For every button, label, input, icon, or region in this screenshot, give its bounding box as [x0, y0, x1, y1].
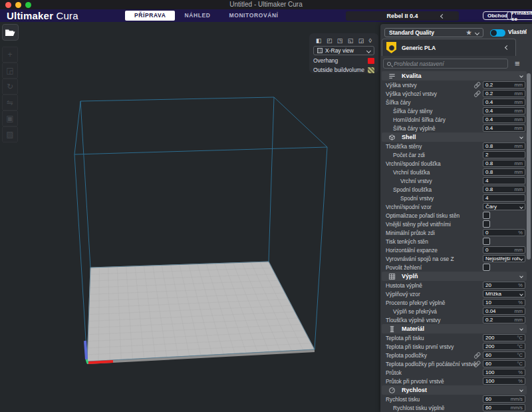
extruder-tab[interactable]: Generic PLA	[382, 39, 516, 56]
search-row: ≡	[380, 59, 532, 69]
setting-value-field[interactable]: 0.8mm	[483, 186, 525, 193]
scale-tool-icon[interactable]: ◲	[2, 63, 18, 79]
camera-presets: ◧◰◳◱◲◊	[313, 36, 374, 46]
custom-mode-toggle[interactable]	[490, 29, 505, 37]
setting-row: Vrchní tloušťka0.8mm	[380, 168, 532, 176]
setting-value-field[interactable]: 200°C	[483, 334, 525, 341]
profile-select[interactable]: Standard Quality ★	[384, 28, 483, 37]
setting-value-field[interactable]: 0.4mm	[483, 107, 525, 114]
mirror-tool-icon[interactable]: ⇋	[2, 95, 18, 110]
setting-value-field[interactable]: 0.4mm	[483, 116, 525, 123]
search-input[interactable]	[394, 61, 504, 67]
section-header-material[interactable]: Materiál	[382, 324, 527, 333]
minimize-window-button[interactable]	[15, 2, 21, 8]
setting-value-field[interactable]: 0.8mm	[483, 142, 525, 150]
rotate-tool-icon[interactable]: ↻	[2, 79, 18, 95]
setting-row: Spodní tloušťka0.8mm	[380, 185, 532, 194]
view-mode-label: X-Ray view	[325, 47, 354, 54]
setting-row: Vrchní vrstvy4	[380, 176, 532, 185]
setting-value-field[interactable]: 4	[483, 194, 525, 202]
sign-in-button[interactable]: Přihlásit se	[507, 11, 532, 20]
setting-value-field[interactable]: 200°C	[483, 343, 525, 350]
setting-value-field[interactable]: 0.2mm	[483, 90, 525, 97]
setting-row: Výška vrstvy0.2mm	[380, 81, 532, 89]
infill-icon	[388, 273, 396, 280]
cura-window: Untitled - Ultimaker Cura Ultimaker Cura…	[0, 0, 532, 412]
tab-prepare[interactable]: PŘÍPRAVA	[125, 11, 175, 21]
view-left-icon[interactable]: ◱	[348, 37, 354, 44]
app-logo: Ultimaker Cura	[7, 9, 78, 22]
section-header-quality[interactable]: Kvalita	[382, 71, 527, 81]
view-3d-icon[interactable]: ◧	[316, 37, 322, 44]
tab-monitor[interactable]: MONITOROVÁNÍ	[219, 11, 287, 21]
chevron-down-icon	[519, 327, 523, 331]
setting-value-field[interactable]: 100%	[483, 369, 525, 376]
setting-value-field[interactable]: 0.04mm	[483, 308, 525, 315]
open-folder-icon	[5, 29, 15, 37]
setting-value-field[interactable]: 60mm/s	[483, 395, 525, 403]
setting-row: Rychlost tisku výplně60mm/s	[380, 403, 532, 412]
settings-list: KvalitaVýška vrstvy0.2mmVýška výchozí vr…	[380, 71, 532, 412]
close-panel-icon[interactable]: ×	[523, 27, 527, 35]
setting-dropdown[interactable]: Nejostřejší roh	[483, 255, 525, 262]
print-settings-panel: Standard Quality ★ Vlastní × Generic PLA…	[380, 24, 532, 412]
settings-menu-icon[interactable]: ≡	[515, 59, 520, 68]
tab-preview[interactable]: NÁHLED	[175, 11, 219, 21]
move-tool-icon[interactable]: +	[2, 47, 18, 63]
section-header-shell[interactable]: Shell	[382, 132, 527, 142]
view-top-icon[interactable]: ◳	[337, 37, 343, 44]
setting-row: Teplota při tisku200°C	[380, 333, 532, 342]
chevron-left-icon	[505, 45, 509, 50]
setting-checkbox[interactable]	[483, 212, 490, 219]
view-mode-select[interactable]: X-Ray view	[313, 46, 374, 55]
setting-value-field[interactable]: 0%	[483, 229, 525, 236]
setting-value-field[interactable]: 20%	[483, 282, 525, 289]
section-header-speed[interactable]: Rychlost	[382, 385, 527, 395]
view-right-icon[interactable]: ◲	[358, 37, 364, 44]
setting-row: Minimální průtok zdi0%	[380, 228, 532, 237]
zoom-window-button[interactable]	[25, 2, 31, 8]
setting-value-field[interactable]: 60mm/s	[483, 404, 525, 411]
stage-tabs: PŘÍPRAVA NÁHLED MONITOROVÁNÍ	[125, 11, 288, 21]
view-front-icon[interactable]: ◰	[327, 37, 332, 44]
close-window-button[interactable]	[5, 2, 11, 8]
setting-row: Tloušťka výplně vrstvy0.2mm	[380, 315, 532, 324]
setting-value-field[interactable]: 0.2mm	[483, 81, 525, 89]
setting-checkbox[interactable]	[483, 238, 490, 245]
setting-checkbox[interactable]	[483, 220, 490, 228]
setting-value-field[interactable]: 0.4mm	[483, 99, 525, 106]
setting-row: Výška výchozí vrstvy0.2mm	[380, 89, 532, 98]
x-axis-indicator	[88, 361, 113, 363]
scrollbar-thumb[interactable]	[527, 73, 531, 260]
quality-icon	[388, 73, 396, 80]
setting-value-field[interactable]: 60°C	[483, 360, 525, 367]
setting-checkbox[interactable]	[483, 264, 490, 271]
overhang-color-swatch	[368, 58, 374, 64]
setting-value-field[interactable]: 0mm	[483, 246, 525, 254]
settings-search[interactable]	[383, 59, 508, 69]
open-file-button[interactable]	[2, 24, 19, 41]
chevron-down-icon	[475, 30, 479, 35]
per-model-settings-tool-icon[interactable]: ▣	[2, 110, 18, 126]
setting-value-field[interactable]: 10%	[483, 299, 525, 306]
setting-value-field[interactable]: 4	[483, 177, 525, 184]
chevron-down-icon	[366, 48, 371, 53]
view-bottom-icon[interactable]: ◊	[369, 37, 372, 44]
setting-value-field[interactable]: 0.2mm	[483, 316, 525, 323]
profile-name: Standard Quality	[389, 29, 434, 36]
chevron-down-icon	[519, 257, 523, 261]
support-blocker-tool-icon[interactable]: ▨	[2, 126, 18, 142]
printer-selector[interactable]: Rebel II 0.4	[346, 11, 459, 21]
setting-value-field[interactable]: 0.8mm	[483, 168, 525, 176]
setting-dropdown[interactable]: Mřížka	[483, 290, 525, 298]
section-header-infill[interactable]: Výplň	[382, 272, 527, 281]
setting-row: Rychlost tisku60mm/s	[380, 395, 532, 403]
setting-value-field[interactable]: 60°C	[483, 351, 525, 359]
setting-row: Vnější stěny před vnitřními	[380, 220, 532, 228]
setting-row: Teplota podložky při počáteční vrstvě60°…	[380, 359, 532, 368]
setting-value-field[interactable]: 0.4mm	[483, 124, 525, 132]
setting-value-field[interactable]: 100%	[483, 377, 525, 385]
setting-dropdown[interactable]: Čáry	[483, 203, 525, 210]
setting-value-field[interactable]: 0.8mm	[483, 160, 525, 167]
setting-value-field[interactable]: 2	[483, 151, 525, 158]
